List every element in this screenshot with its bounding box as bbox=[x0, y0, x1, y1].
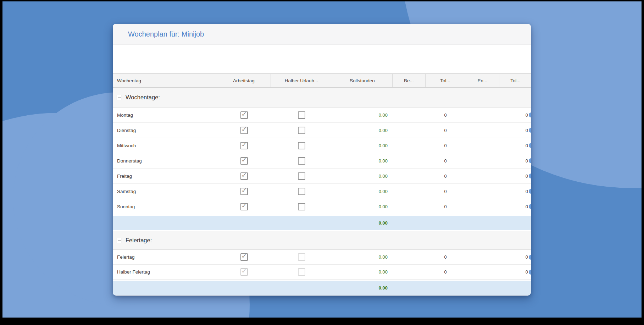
column-header-sollstunden[interactable]: Sollstunden bbox=[332, 74, 393, 87]
summary-cell bbox=[113, 216, 217, 230]
cell-sollstunden: 0.00 bbox=[332, 153, 393, 168]
wochenplan-grid: WochentagArbeitstagHalber Urlaub...Solls… bbox=[113, 73, 531, 295]
table-row-mittwoch[interactable]: Mittwoch0.0000 bbox=[113, 138, 531, 153]
arbeitstag-checkbox[interactable] bbox=[240, 127, 248, 134]
summary-cell bbox=[217, 281, 271, 295]
arbeitstag-checkbox[interactable] bbox=[240, 142, 248, 149]
arbeitstag-checkbox[interactable] bbox=[240, 157, 248, 165]
cell-halber_urlaub bbox=[271, 265, 332, 279]
cell-be bbox=[393, 250, 426, 264]
collapse-minus-icon[interactable] bbox=[117, 95, 122, 100]
summary-cell bbox=[465, 281, 500, 295]
column-header-tol_1[interactable]: Tol... bbox=[426, 74, 465, 87]
arbeitstag-checkbox[interactable] bbox=[240, 188, 248, 195]
row-edge-dot-icon bbox=[529, 270, 531, 275]
cell-tol_1: 0 bbox=[426, 123, 465, 138]
halber_urlaub-checkbox[interactable] bbox=[298, 142, 305, 149]
dialog-titlebar: Wochenplan für: Minijob bbox=[113, 24, 531, 45]
cell-tol_2: 0 bbox=[500, 199, 531, 214]
halber_urlaub-checkbox bbox=[298, 253, 305, 261]
cell-en bbox=[465, 250, 500, 264]
cell-name: Montag bbox=[113, 108, 217, 122]
arbeitstag-checkbox[interactable] bbox=[240, 111, 248, 119]
cell-arbeitstag bbox=[217, 169, 271, 183]
table-row-samstag[interactable]: Samstag0.0000 bbox=[113, 184, 531, 199]
cell-name: Donnerstag bbox=[113, 153, 217, 168]
cell-name: Feiertag bbox=[113, 250, 217, 264]
column-header-name[interactable]: Wochentag bbox=[113, 74, 217, 87]
halber_urlaub-checkbox[interactable] bbox=[298, 127, 305, 134]
column-header-be[interactable]: Be... bbox=[393, 74, 426, 87]
cell-halber_urlaub bbox=[271, 184, 332, 199]
arbeitstag-checkbox[interactable] bbox=[240, 172, 248, 180]
halber_urlaub-checkbox[interactable] bbox=[298, 203, 305, 210]
group-row-wochentage[interactable]: Wochentage: bbox=[113, 88, 531, 108]
cell-name: Mittwoch bbox=[113, 138, 217, 153]
summary-cell bbox=[500, 281, 531, 295]
arbeitstag-checkbox[interactable] bbox=[240, 203, 248, 210]
table-row-sonntag[interactable]: Sonntag0.0000 bbox=[113, 199, 531, 214]
cell-arbeitstag bbox=[217, 153, 271, 168]
cell-arbeitstag bbox=[217, 199, 271, 214]
arbeitstag-checkbox[interactable] bbox=[240, 253, 248, 261]
cell-tol_2: 0 bbox=[500, 123, 531, 138]
column-header-en[interactable]: En... bbox=[465, 74, 500, 87]
summary-cell bbox=[465, 216, 500, 230]
summary-cell bbox=[393, 281, 426, 295]
cell-tol_2: 0 bbox=[500, 169, 531, 183]
halber_urlaub-checkbox[interactable] bbox=[298, 111, 305, 119]
column-header-halber_urlaub[interactable]: Halber Urlaub... bbox=[271, 74, 332, 87]
cell-tol_1: 0 bbox=[426, 138, 465, 153]
cell-name: Halber Feiertag bbox=[113, 265, 217, 279]
cell-be bbox=[393, 123, 426, 138]
cell-tol_1: 0 bbox=[426, 250, 465, 264]
summary-cell bbox=[217, 216, 271, 230]
halber_urlaub-checkbox[interactable] bbox=[298, 172, 305, 180]
cell-sollstunden: 0.00 bbox=[332, 199, 393, 214]
cell-tol_2: 0 bbox=[500, 153, 531, 168]
table-row-donnerstag[interactable]: Donnerstag0.0000 bbox=[113, 153, 531, 169]
table-row-montag[interactable]: Montag0.0000 bbox=[113, 108, 531, 123]
table-row-halber-feiertag[interactable]: Halber Feiertag0.0000 bbox=[113, 265, 531, 280]
arbeitstag-checkbox bbox=[240, 268, 248, 276]
cell-tol_2: 0 bbox=[500, 108, 531, 122]
cell-sollstunden: 0.00 bbox=[332, 169, 393, 183]
cell-tol_1: 0 bbox=[426, 265, 465, 279]
halber_urlaub-checkbox[interactable] bbox=[298, 188, 305, 195]
cell-halber_urlaub bbox=[271, 199, 332, 214]
column-header-tol_2[interactable]: Tol... bbox=[500, 74, 531, 87]
summary-total: 0.00 bbox=[332, 216, 393, 230]
cell-arbeitstag bbox=[217, 108, 271, 122]
cell-name: Samstag bbox=[113, 184, 217, 199]
column-header-arbeitstag[interactable]: Arbeitstag bbox=[217, 74, 271, 87]
summary-cell bbox=[271, 216, 332, 230]
cell-name: Sonntag bbox=[113, 199, 217, 214]
summary-cell bbox=[500, 216, 531, 230]
group-label: Feiertage: bbox=[126, 237, 152, 244]
summary-cell bbox=[426, 281, 465, 295]
row-edge-dot-icon bbox=[529, 255, 531, 260]
cell-sollstunden: 0.00 bbox=[332, 184, 393, 199]
summary-cell bbox=[113, 281, 217, 295]
grid-body: Wochentage:Montag0.0000Dienstag0.0000Mit… bbox=[113, 88, 531, 295]
collapse-minus-icon[interactable] bbox=[117, 238, 122, 243]
summary-row-feiertage: 0.00 bbox=[113, 281, 531, 295]
table-row-feiertag[interactable]: Feiertag0.0000 bbox=[113, 250, 531, 265]
cell-tol_2: 0 bbox=[500, 250, 531, 264]
screen-frame: Wochenplan für: Minijob WochentagArbeits… bbox=[0, 0, 644, 325]
cell-be bbox=[393, 184, 426, 199]
group-row-feiertage[interactable]: Feiertage: bbox=[113, 231, 531, 250]
table-row-freitag[interactable]: Freitag0.0000 bbox=[113, 169, 531, 184]
cell-be bbox=[393, 108, 426, 122]
table-row-dienstag[interactable]: Dienstag0.0000 bbox=[113, 123, 531, 138]
cell-halber_urlaub bbox=[271, 123, 332, 138]
summary-cell bbox=[426, 216, 465, 230]
cell-be bbox=[393, 138, 426, 153]
cell-tol_1: 0 bbox=[426, 153, 465, 168]
cell-sollstunden: 0.00 bbox=[332, 265, 393, 279]
cell-sollstunden: 0.00 bbox=[332, 138, 393, 153]
summary-total: 0.00 bbox=[332, 281, 393, 295]
halber_urlaub-checkbox[interactable] bbox=[298, 157, 305, 165]
dialog-title: Wochenplan für: Minijob bbox=[128, 30, 204, 38]
cell-tol_2: 0 bbox=[500, 138, 531, 153]
